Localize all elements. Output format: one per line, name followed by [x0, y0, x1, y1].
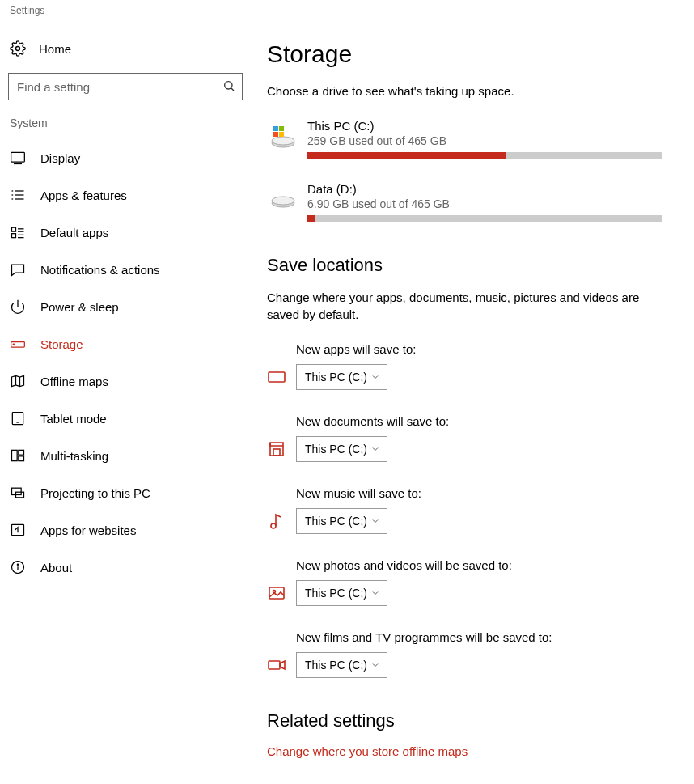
nav-label: Storage [40, 337, 83, 351]
nav-apps-features[interactable]: Apps & features [0, 176, 251, 214]
page-heading-related: Related settings [267, 710, 662, 731]
chevron-down-icon [370, 444, 380, 454]
apps-websites-icon [10, 522, 26, 538]
svg-rect-52 [269, 661, 280, 669]
drive-usage-text: 259 GB used out of 465 GB [307, 134, 662, 147]
drive-data-icon [267, 184, 299, 216]
nav-power-sleep[interactable]: Power & sleep [0, 288, 251, 325]
svg-point-33 [17, 564, 18, 565]
dropdown-value: This PC (C:) [305, 371, 367, 384]
nav-display[interactable]: Display [0, 139, 251, 176]
svg-marker-53 [280, 661, 285, 669]
chevron-down-icon [370, 516, 380, 526]
notifications-icon [10, 261, 26, 278]
home-label: Home [39, 42, 71, 56]
storage-subtext: Choose a drive to see what's taking up s… [267, 83, 662, 100]
projecting-icon [10, 485, 26, 501]
svg-rect-42 [269, 372, 285, 382]
page-heading-storage: Storage [267, 40, 662, 68]
svg-rect-27 [19, 456, 24, 461]
nav-notifications[interactable]: Notifications & actions [0, 251, 251, 288]
save-apps-dropdown[interactable]: This PC (C:) [296, 364, 387, 390]
dropdown-value: This PC (C:) [305, 443, 367, 456]
drive-system-icon [267, 121, 299, 153]
nav-default-apps[interactable]: Default apps [0, 214, 251, 251]
nav-tablet-mode[interactable]: Tablet mode [0, 400, 251, 437]
svg-point-35 [272, 137, 294, 145]
chevron-down-icon [370, 588, 380, 598]
nav-label: Apps & features [40, 189, 127, 202]
svg-rect-11 [12, 227, 16, 231]
gear-icon [10, 40, 26, 57]
nav-label: Apps for websites [40, 523, 136, 537]
nav-label: Notifications & actions [40, 263, 160, 277]
window-title: Settings [0, 0, 694, 26]
svg-point-0 [16, 47, 20, 51]
save-label-apps: New apps will save to: [296, 342, 662, 356]
nav-label: Display [40, 151, 80, 165]
photos-save-icon [267, 583, 286, 603]
monitor-icon [10, 150, 26, 166]
page-heading-save-locations: Save locations [267, 255, 662, 276]
multitasking-icon [10, 447, 26, 464]
save-label-films: New films and TV programmes will be save… [296, 630, 662, 644]
nav-about[interactable]: About [0, 549, 251, 586]
music-save-icon [267, 511, 286, 531]
svg-rect-3 [11, 152, 25, 162]
svg-rect-39 [279, 132, 284, 137]
save-locations-subtext: Change where your apps, documents, music… [267, 289, 662, 323]
drive-d[interactable]: Data (D:) 6.90 GB used out of 465 GB [267, 182, 662, 222]
drive-usage-bar [307, 152, 662, 159]
nav-label: Multi-tasking [40, 449, 108, 463]
save-label-music: New music will save to: [296, 486, 662, 500]
dropdown-value: This PC (C:) [305, 515, 367, 528]
info-icon [10, 559, 26, 575]
nav-section-header: System [0, 117, 251, 139]
save-label-photos: New photos and videos will be saved to: [296, 558, 662, 572]
save-films-dropdown[interactable]: This PC (C:) [296, 652, 387, 678]
related-link-offline-maps[interactable]: Change where you store offline maps [267, 744, 662, 758]
dropdown-value: This PC (C:) [305, 659, 367, 672]
apps-save-icon [267, 367, 286, 387]
svg-rect-38 [273, 132, 278, 137]
home-button[interactable]: Home [0, 34, 251, 63]
chevron-down-icon [370, 372, 380, 382]
storage-icon [10, 336, 26, 352]
drive-usage-text: 6.90 GB used out of 465 GB [307, 197, 662, 210]
drive-usage-bar [307, 215, 662, 222]
svg-rect-48 [273, 449, 280, 456]
nav-storage[interactable]: Storage [0, 325, 251, 362]
nav-label: Tablet mode [40, 412, 107, 426]
save-photos-dropdown[interactable]: This PC (C:) [296, 580, 387, 606]
save-documents-dropdown[interactable]: This PC (C:) [296, 436, 387, 462]
svg-marker-20 [12, 375, 24, 386]
default-apps-icon [10, 224, 26, 240]
search-input[interactable] [9, 80, 242, 94]
power-icon [10, 299, 26, 315]
nav-label: Projecting to this PC [40, 486, 150, 500]
drive-c[interactable]: This PC (C:) 259 GB used out of 465 GB [267, 119, 662, 159]
save-music-dropdown[interactable]: This PC (C:) [296, 508, 387, 534]
nav-offline-maps[interactable]: Offline maps [0, 362, 251, 400]
documents-save-icon [267, 439, 286, 459]
drive-name: This PC (C:) [307, 119, 662, 133]
list-icon [10, 187, 26, 203]
svg-rect-36 [273, 126, 278, 131]
dropdown-value: This PC (C:) [305, 587, 367, 600]
drive-usage-fill [307, 215, 315, 222]
svg-rect-12 [12, 234, 16, 238]
chevron-down-icon [370, 660, 380, 670]
nav-label: Power & sleep [40, 300, 119, 314]
nav-projecting[interactable]: Projecting to this PC [0, 474, 251, 511]
svg-rect-37 [279, 126, 284, 131]
tablet-icon [10, 410, 26, 426]
nav-multi-tasking[interactable]: Multi-tasking [0, 437, 251, 474]
video-save-icon [267, 655, 286, 675]
nav-label: Default apps [40, 226, 108, 239]
drive-usage-fill [307, 152, 506, 159]
svg-rect-25 [12, 450, 18, 460]
svg-point-49 [271, 523, 276, 528]
nav-apps-websites[interactable]: Apps for websites [0, 511, 251, 549]
svg-point-41 [272, 197, 294, 205]
search-input-container[interactable] [8, 73, 243, 100]
